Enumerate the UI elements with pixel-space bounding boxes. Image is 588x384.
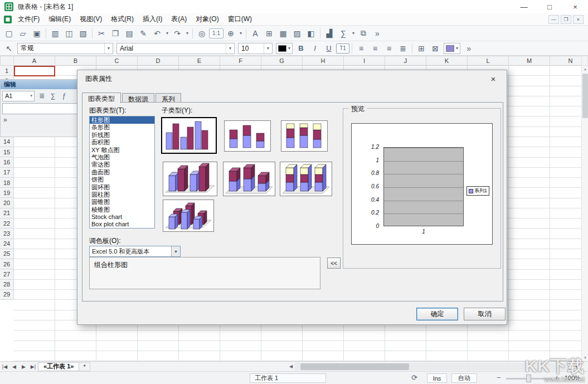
chart-type-item[interactable]: 圆环图 (90, 184, 154, 191)
chart-type-item[interactable]: 面积图 (90, 139, 154, 146)
export-icon[interactable]: ▧ (76, 27, 90, 40)
align-center-icon[interactable]: ≡ (368, 42, 382, 55)
ok-button[interactable]: 确定 (416, 308, 458, 320)
vertical-scrollbar[interactable]: ▲ ▼ (581, 66, 588, 361)
paste-icon[interactable]: ▤ (123, 27, 136, 40)
next-sheet-button[interactable]: ▶ (19, 364, 28, 370)
auto-mode-toggle[interactable]: 自动 (451, 373, 477, 383)
column-header[interactable]: G (261, 56, 303, 66)
chevron-down-icon[interactable]: ▾ (171, 246, 180, 256)
row-header[interactable]: 25 (0, 249, 14, 259)
column-header[interactable]: C (96, 56, 138, 66)
chevron-down-icon[interactable]: ▾ (264, 43, 272, 54)
mdi-restore-button[interactable]: ❐ (561, 15, 571, 24)
undo-icon[interactable]: ↶ (150, 27, 164, 40)
select-all-corner[interactable] (0, 56, 14, 66)
column-header[interactable]: A (14, 56, 55, 66)
menu-item[interactable]: 编辑(E) (44, 13, 75, 25)
find-icon[interactable]: ◎ (195, 27, 208, 40)
chart-type-list[interactable]: 柱形图条形图折线图面积图XY 散点图气泡图雷达图曲面图饼图圆环图圆柱图圆锥图棱锥… (89, 116, 155, 229)
insert-mode-toggle[interactable]: Ins (427, 373, 447, 383)
align-justify-icon[interactable]: ≣ (396, 42, 410, 55)
subtype-3d-stacked-column[interactable] (223, 162, 275, 196)
zoom-dropdown-icon[interactable]: ▾ (238, 27, 244, 40)
row-header[interactable]: 17 (0, 168, 14, 178)
chevron-down-icon[interactable]: ▾ (30, 94, 34, 98)
menu-item[interactable]: 视图(V) (75, 13, 106, 25)
font-size-combo[interactable]: 10 ▾ (238, 43, 273, 54)
column-header[interactable]: J (385, 56, 426, 66)
merge-table-icon[interactable]: ⊠ (429, 42, 442, 55)
cut-icon[interactable]: ✂ (95, 27, 108, 40)
font-color-picker[interactable]: ▾ (276, 43, 293, 54)
row-header[interactable]: 22 (0, 218, 14, 229)
horizontal-scrollbar[interactable] (295, 363, 574, 371)
sync-icon[interactable]: ⟳ (411, 373, 417, 382)
row-header[interactable]: 14 (0, 137, 14, 147)
subtype-3d-percent-stacked-column[interactable] (280, 162, 332, 196)
column-header[interactable]: E (179, 56, 220, 66)
chart-type-item[interactable]: 柱形图 (90, 116, 154, 124)
row-header[interactable]: 26 (0, 259, 14, 269)
insert-table-icon[interactable]: ⊞ (415, 42, 428, 55)
row-header[interactable]: 19 (0, 188, 14, 198)
toolbar1-overflow-icon[interactable]: » (371, 27, 384, 40)
zoom-out-icon[interactable]: − (497, 373, 501, 382)
redo-icon[interactable]: ↷ (171, 27, 184, 40)
vertical-scroll-thumb[interactable] (582, 74, 588, 118)
row-header[interactable]: 16 (0, 157, 14, 167)
column-header[interactable]: F (220, 56, 261, 66)
font-tool-icon[interactable]: A (249, 27, 262, 40)
chart-type-item[interactable]: 圆锥图 (90, 198, 154, 206)
chart-type-item[interactable]: XY 散点图 (90, 147, 154, 154)
row-header[interactable]: 18 (0, 178, 14, 188)
column-header[interactable]: K (426, 56, 468, 66)
select-pointer-icon[interactable]: ↖ (2, 42, 16, 55)
menu-item[interactable]: 插入(I) (138, 13, 167, 25)
open-icon[interactable]: ▱ (16, 27, 30, 40)
undo-dropdown-icon[interactable]: ▾ (164, 27, 170, 40)
mdi-close-button[interactable]: × (573, 15, 584, 24)
horizontal-scroll-thumb[interactable] (300, 363, 409, 370)
dialog-titlebar[interactable]: 图表属性 × (77, 70, 507, 87)
cancel-button[interactable]: 取消 (464, 308, 506, 320)
chart-type-item[interactable]: Box plot chart (90, 221, 154, 228)
first-sheet-button[interactable]: |◀ (0, 364, 9, 370)
hscroll-left-icon[interactable]: ◀ (287, 363, 295, 371)
name-box[interactable]: A1 ▾ (2, 91, 35, 101)
text-format-icon[interactable]: T1 (336, 43, 349, 54)
row-header[interactable]: 15 (0, 147, 14, 157)
zoom-in-icon[interactable]: + (555, 373, 559, 382)
toolbar2-overflow-icon[interactable]: » (462, 42, 475, 55)
subtype-3d-clustered-column[interactable] (163, 162, 217, 196)
row-header[interactable]: 20 (0, 198, 14, 208)
subtype-clustered-column[interactable] (161, 117, 217, 154)
column-header[interactable]: H (303, 56, 344, 66)
active-cell-a1[interactable] (14, 66, 55, 76)
sum-icon[interactable]: ∑ (47, 91, 59, 101)
subtype-percent-stacked-column[interactable] (281, 120, 328, 152)
fill-color-picker[interactable]: ▾ (444, 43, 460, 54)
align-right-icon[interactable]: ≡ (382, 42, 396, 55)
menu-item[interactable]: 窗口(W) (223, 13, 256, 25)
layers-icon[interactable]: ⧉ (357, 27, 370, 40)
last-sheet-button[interactable]: ▶| (28, 364, 38, 370)
maximize-button[interactable]: □ (537, 0, 562, 13)
row-header[interactable]: 1 (0, 66, 14, 76)
sum-icon[interactable]: ∑ (337, 27, 350, 40)
column-header[interactable]: B (55, 56, 96, 66)
column-header[interactable]: N (550, 56, 581, 66)
print-icon[interactable]: ▥ (48, 27, 62, 40)
column-header[interactable]: I (344, 56, 385, 66)
copy-icon[interactable]: ❐ (109, 27, 122, 40)
chevron-down-icon[interactable]: ▾ (288, 46, 290, 51)
column-header[interactable]: M (509, 56, 550, 66)
underline-icon[interactable]: U (322, 42, 336, 55)
bold-icon[interactable]: B (294, 42, 308, 55)
align-left-icon[interactable]: ≡ (354, 42, 368, 55)
fill-icon[interactable]: ◧ (304, 27, 318, 40)
chart-type-item[interactable]: 折线图 (90, 132, 154, 139)
chart-type-item[interactable]: 曲面图 (90, 169, 154, 176)
row-header[interactable]: 23 (0, 229, 14, 239)
scroll-up-icon[interactable]: ▲ (582, 66, 588, 72)
